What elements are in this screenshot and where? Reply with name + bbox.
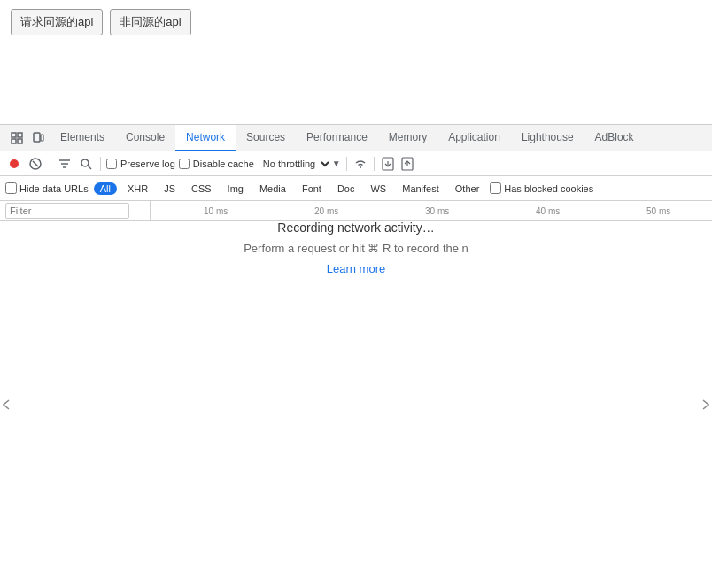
has-blocked-cookies-checkbox[interactable]: Has blocked cookies	[490, 182, 593, 194]
search-icon[interactable]	[77, 155, 95, 173]
clear-button[interactable]	[27, 155, 44, 173]
same-origin-button[interactable]: 请求同源的api	[11, 9, 103, 35]
tab-sources[interactable]: Sources	[236, 125, 296, 151]
record-button[interactable]	[5, 155, 23, 173]
svg-rect-2	[12, 139, 16, 143]
svg-rect-5	[41, 135, 43, 141]
tab-lighthouse[interactable]: Lighthouse	[511, 125, 584, 151]
page-content: 请求同源的api 非同源的api	[0, 0, 712, 124]
import-har-icon[interactable]	[380, 156, 396, 172]
separator-3	[346, 157, 347, 171]
export-har-icon[interactable]	[399, 156, 415, 172]
svg-line-13	[88, 166, 91, 169]
devtools-tab-bar: Elements Console Network Sources Perform…	[0, 125, 712, 151]
filter-css[interactable]: CSS	[186, 182, 217, 195]
tab-elements[interactable]: Elements	[50, 125, 115, 151]
tab-performance[interactable]: Performance	[296, 125, 378, 151]
svg-rect-1	[18, 133, 22, 137]
disable-cache-checkbox[interactable]: Disable cache	[179, 159, 254, 169]
timeline-label-30ms: 30 ms	[425, 206, 449, 216]
hide-data-urls-input[interactable]	[5, 182, 17, 194]
preserve-log-checkbox[interactable]: Preserve log	[106, 159, 175, 169]
filter-xhr[interactable]: XHR	[122, 182, 153, 195]
perform-text: Perform a request or hit ⌘ R to record t…	[244, 242, 468, 255]
filter-all[interactable]: All	[94, 182, 117, 195]
tab-console[interactable]: Console	[115, 125, 175, 151]
filter-manifest[interactable]: Manifest	[397, 182, 445, 195]
throttle-select[interactable]: No throttling	[258, 158, 332, 170]
devtools-panel: Elements Console Network Sources Perform…	[0, 124, 712, 588]
disable-cache-input[interactable]	[179, 159, 190, 169]
separator-1	[50, 157, 50, 171]
timeline-label-40ms: 40 ms	[536, 206, 560, 216]
tab-memory[interactable]: Memory	[378, 125, 437, 151]
has-blocked-cookies-input[interactable]	[490, 182, 501, 194]
empty-state: Recording network activity… Perform a re…	[0, 220, 712, 275]
filter-other[interactable]: Other	[450, 182, 485, 195]
svg-point-6	[10, 159, 19, 168]
filter-font[interactable]: Font	[297, 182, 327, 195]
network-toolbar: Preserve log Disable cache No throttling…	[0, 151, 712, 176]
svg-rect-0	[12, 133, 16, 137]
network-area: 10 ms 20 ms 30 ms 40 ms 50 ms 60 ms	[0, 201, 712, 588]
filter-media[interactable]: Media	[254, 182, 291, 195]
scroll-right-arrow[interactable]	[700, 398, 712, 411]
tab-application[interactable]: Application	[437, 125, 511, 151]
throttle-arrow-icon: ▼	[332, 159, 341, 168]
hide-data-urls-checkbox[interactable]: Hide data URLs	[5, 182, 89, 194]
svg-point-12	[81, 159, 89, 166]
filter-js[interactable]: JS	[159, 182, 181, 195]
preserve-log-input[interactable]	[106, 159, 117, 169]
timeline-label-10ms: 10 ms	[204, 206, 228, 216]
filter-doc[interactable]: Doc	[332, 182, 360, 195]
timeline-label-20ms: 20 ms	[314, 206, 338, 216]
recording-text: Recording network activity…	[277, 220, 434, 235]
learn-more-link[interactable]: Learn more	[327, 262, 385, 275]
tab-network[interactable]: Network	[175, 125, 236, 151]
timeline-label-50ms: 50 ms	[646, 206, 670, 216]
filter-img[interactable]: Img	[222, 182, 249, 195]
filter-icon[interactable]	[56, 155, 74, 173]
cross-origin-button[interactable]: 非同源的api	[110, 9, 190, 35]
filter-bar: Hide data URLs All XHR JS CSS Img Media …	[0, 176, 712, 201]
tab-adblock[interactable]: AdBlock	[584, 125, 645, 151]
device-toolbar-icon[interactable]	[28, 128, 48, 148]
inspect-icon[interactable]	[7, 128, 27, 148]
svg-rect-3	[18, 139, 22, 143]
svg-rect-4	[34, 133, 40, 142]
svg-line-8	[33, 161, 38, 166]
separator-2	[100, 157, 101, 171]
scroll-left-arrow[interactable]	[0, 398, 12, 411]
separator-4	[374, 157, 375, 171]
wifi-icon[interactable]	[352, 156, 368, 172]
filter-text-input[interactable]	[5, 203, 129, 219]
filter-ws[interactable]: WS	[365, 182, 391, 195]
